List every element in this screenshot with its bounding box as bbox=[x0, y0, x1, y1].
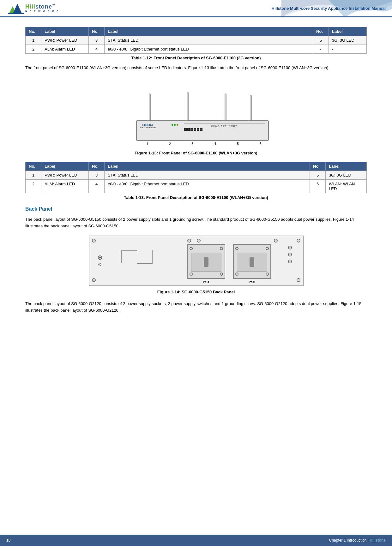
svg-marker-1 bbox=[13, 4, 21, 13]
figure-1-14-caption: Figure 1-14: SG-6000-G5150 Back Panel bbox=[25, 290, 367, 294]
cell-no: 4 bbox=[89, 179, 105, 193]
cell-no: 4 bbox=[89, 45, 105, 54]
port bbox=[190, 128, 193, 131]
intro-paragraph-1: The front panel of SG-6000-E1100 (WLAN+3… bbox=[25, 65, 367, 71]
page-header: Hillstone™ N E T W O R K S Hillstone Mul… bbox=[0, 0, 392, 17]
port-row bbox=[184, 128, 265, 131]
back-panel-para: The back panel layout of SG-6000-G5150 c… bbox=[25, 216, 367, 230]
col-header-no3: No. bbox=[310, 162, 326, 171]
back-panel-para2: The back panel layout of SG-6000-G2120 c… bbox=[25, 301, 367, 314]
table-row: 1 PWR: Power LED 3 STA: Status LED 5 3G:… bbox=[26, 36, 367, 45]
ps0-unit: PS0 bbox=[233, 244, 271, 279]
figure-1-13-caption: Figure 1-13: Front Panel of SG-6000-E110… bbox=[25, 151, 367, 155]
logo-networks: N E T W O R K S bbox=[25, 10, 59, 13]
ground-symbol: ⊕ ⊙ bbox=[97, 254, 103, 267]
device-illustration: Hillstone SG-6000 E1100 GIGABIT ETHERNET bbox=[117, 78, 275, 147]
header-decoration bbox=[281, 0, 392, 17]
led-dot bbox=[177, 124, 178, 126]
main-content: No. Label No. Label No. Label 1 PWR: Pow… bbox=[0, 17, 392, 337]
page-number: 10 bbox=[6, 538, 10, 543]
col-header-label1: Label bbox=[41, 162, 89, 171]
cell-no: 6 bbox=[310, 179, 326, 193]
table-1-12: No. Label No. Label No. Label 1 PWR: Pow… bbox=[25, 27, 367, 54]
port bbox=[194, 128, 196, 131]
screw bbox=[288, 246, 292, 249]
port bbox=[200, 128, 202, 131]
cell-no: 1 bbox=[26, 36, 41, 45]
col-header-label2: Label bbox=[105, 162, 310, 171]
bracket-right bbox=[152, 250, 153, 263]
led-dot bbox=[174, 124, 176, 126]
screw-tr bbox=[297, 239, 300, 243]
logo: Hillstone™ N E T W O R K S bbox=[6, 1, 59, 16]
logo-text: Hillstone™ N E T W O R K S bbox=[25, 4, 59, 13]
ps1-face bbox=[191, 253, 221, 272]
ps0-label: PS0 bbox=[234, 280, 270, 284]
figure-1-14-container: ⊕ ⊙ PS1 bbox=[25, 236, 367, 294]
cell-label: 3G: 3G LED bbox=[326, 171, 367, 179]
ps0-connector bbox=[250, 257, 254, 267]
screw bbox=[288, 260, 292, 263]
antenna-1 bbox=[149, 93, 151, 122]
screw-tl bbox=[92, 239, 96, 243]
antenna-2 bbox=[187, 92, 189, 122]
bracket-bottom bbox=[137, 263, 153, 264]
col-header-label1: Label bbox=[41, 27, 89, 36]
logo-hill: Hill bbox=[25, 3, 35, 10]
screw-top-r bbox=[274, 239, 278, 243]
screw-bl bbox=[92, 278, 96, 283]
col-header-no1: No. bbox=[26, 27, 41, 36]
antenna-3 bbox=[225, 93, 226, 122]
back-panel-heading: Back Panel bbox=[25, 206, 367, 212]
cell-label: - bbox=[329, 45, 367, 54]
screw bbox=[288, 253, 292, 256]
back-panel-illustration: ⊕ ⊙ PS1 bbox=[89, 236, 304, 286]
col-header-label3: Label bbox=[326, 162, 367, 171]
cell-label: 3G: 3G LED bbox=[329, 36, 367, 45]
col-header-no1: No. bbox=[26, 162, 41, 171]
logo-tm: ™ bbox=[52, 4, 55, 7]
bracket-left bbox=[121, 250, 122, 263]
footer-brand: Hillstone bbox=[370, 538, 386, 543]
hillstone-logo-icon bbox=[6, 1, 25, 16]
cell-no: 3 bbox=[89, 36, 105, 45]
table-row: 2 ALM: Alarm LED 4 e0/0 - e0/8: Gigabit … bbox=[26, 179, 367, 193]
cell-no: 1 bbox=[26, 171, 41, 179]
ps1-label: PS1 bbox=[188, 280, 225, 284]
cell-no: 5 bbox=[310, 171, 326, 179]
cell-no: 3 bbox=[89, 171, 105, 179]
ps1-connector bbox=[204, 257, 208, 267]
col-header-label3: Label bbox=[329, 27, 367, 36]
col-header-no2: No. bbox=[89, 27, 105, 36]
port bbox=[184, 128, 187, 131]
right-screw-cluster bbox=[288, 246, 292, 263]
table-1-12-caption: Table 1-12: Front Panel Description of S… bbox=[25, 56, 367, 60]
number-labels: 1 2 3 4 5 6 bbox=[136, 142, 272, 146]
cell-label: WLAN: WLAN LED bbox=[326, 179, 367, 193]
svg-rect-2 bbox=[8, 13, 24, 14]
col-header-no2: No. bbox=[89, 162, 105, 171]
col-header-no3: No. bbox=[313, 27, 329, 36]
led-dot bbox=[172, 124, 173, 126]
cell-label: ALM: Alarm LED bbox=[41, 179, 89, 193]
device-brand-label: Hillstone SG-6000 E1100 bbox=[140, 123, 156, 129]
table-row: 2 ALM: Alarm LED 4 e0/0 - e0/8: Gigabit … bbox=[26, 45, 367, 54]
port bbox=[197, 128, 199, 131]
cell-no: - bbox=[313, 45, 329, 54]
cell-no: 5 bbox=[313, 36, 329, 45]
ps1-unit: PS1 bbox=[187, 244, 225, 279]
bracket-top bbox=[121, 250, 137, 251]
cell-label: e0/0 - e0/8: Gigabit Ethernet port statu… bbox=[105, 45, 313, 54]
device-leds bbox=[172, 124, 178, 126]
logo-stone: stone bbox=[35, 3, 52, 10]
figure-1-13-container: Hillstone SG-6000 E1100 GIGABIT ETHERNET bbox=[25, 78, 367, 155]
port bbox=[187, 128, 190, 131]
col-header-label2: Label bbox=[105, 27, 313, 36]
device-port-area: GIGABIT ETHERNET bbox=[184, 123, 265, 131]
screw-br bbox=[297, 278, 300, 283]
table-1-13: No. Label No. Label No. Label 1 PWR: Pow… bbox=[25, 162, 367, 193]
footer-chapter-text: Chapter 1 Introduction | Hillstone bbox=[329, 538, 386, 543]
cell-label: PWR: Power LED bbox=[41, 171, 89, 179]
page-footer: 10 Chapter 1 Introduction | Hillstone bbox=[0, 535, 392, 546]
cell-label: STA: Status LED bbox=[105, 171, 310, 179]
